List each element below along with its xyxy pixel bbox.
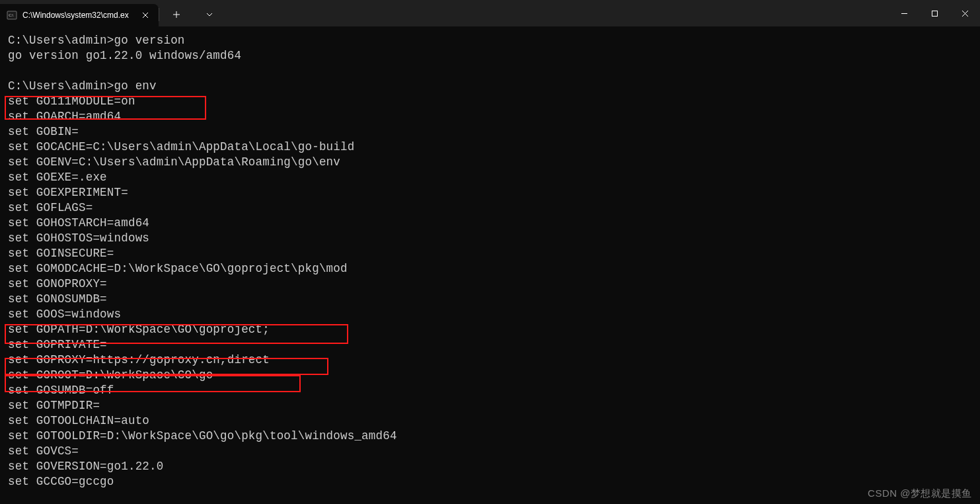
terminal-line: set GOFLAGS= [8, 200, 972, 216]
terminal-tab[interactable]: C:\ C:\Windows\system32\cmd.ex [0, 4, 159, 26]
cmd-icon: C:\ [7, 10, 17, 21]
terminal-output[interactable]: C:\Users\admin>go versiongo version go1.… [0, 26, 980, 493]
tab-label: C:\Windows\system32\cmd.ex [22, 11, 135, 20]
terminal-line: set GOCACHE=C:\Users\admin\AppData\Local… [8, 140, 972, 155]
terminal-line: set GONOPROXY= [8, 276, 972, 292]
terminal-line: set GOINSECURE= [8, 246, 972, 261]
terminal-line: set GOSUMDB=off [8, 383, 972, 398]
watermark: CSDN @梦想就是摸鱼 [868, 487, 972, 500]
terminal-line: set GOOS=windows [8, 307, 972, 322]
new-tab-button[interactable] [166, 4, 187, 25]
terminal-line: set GONOSUMDB= [8, 292, 972, 307]
terminal-line: set GOTOOLDIR=D:\WorkSpace\GO\go\pkg\too… [8, 429, 972, 444]
terminal-line: set GOEXE=.exe [8, 170, 972, 185]
terminal-line: go version go1.22.0 windows/amd64 [8, 48, 972, 63]
svg-text:C:\: C:\ [9, 13, 14, 17]
terminal-line: set GOVCS= [8, 444, 972, 459]
terminal-line: set GOPATH=D:\WorkSpace\GO\goproject; [8, 322, 972, 337]
terminal-line: set GOROOT=D:\WorkSpace\GO\go [8, 368, 972, 383]
terminal-line: set GOHOSTARCH=amd64 [8, 216, 972, 231]
terminal-line: set GOENV=C:\Users\admin\AppData\Roaming… [8, 155, 972, 170]
terminal-line [8, 63, 972, 79]
minimize-button[interactable] [889, 0, 919, 26]
maximize-button[interactable] [919, 0, 950, 26]
tab-controls [159, 3, 227, 26]
terminal-line: C:\Users\admin>go env [8, 79, 972, 94]
close-tab-button[interactable] [140, 10, 151, 21]
terminal-line: set GOARCH=amd64 [8, 109, 972, 124]
terminal-line: set GO111MODULE=on [8, 94, 972, 109]
titlebar: C:\ C:\Windows\system32\cmd.ex [0, 0, 980, 26]
terminal-line: set GOBIN= [8, 124, 972, 140]
terminal-line: set GOPROXY=https://goproxy.cn,direct [8, 353, 972, 368]
terminal-line: set GOVERSION=go1.22.0 [8, 459, 972, 474]
terminal-line: set GCCGO=gccgo [8, 474, 972, 489]
close-window-button[interactable] [950, 0, 980, 26]
terminal-line: set GOPRIVATE= [8, 337, 972, 353]
svg-rect-2 [932, 11, 937, 16]
window-controls [889, 0, 980, 26]
tab-dropdown-button[interactable] [199, 4, 220, 25]
titlebar-drag-area[interactable] [227, 0, 889, 26]
terminal-line: set GOEXPERIMENT= [8, 185, 972, 200]
terminal-line: set GOHOSTOS=windows [8, 231, 972, 246]
terminal-line: set GOTOOLCHAIN=auto [8, 413, 972, 429]
terminal-line: set GOTMPDIR= [8, 398, 972, 413]
terminal-line: set GOMODCACHE=D:\WorkSpace\GO\goproject… [8, 261, 972, 276]
terminal-line: C:\Users\admin>go version [8, 33, 972, 48]
